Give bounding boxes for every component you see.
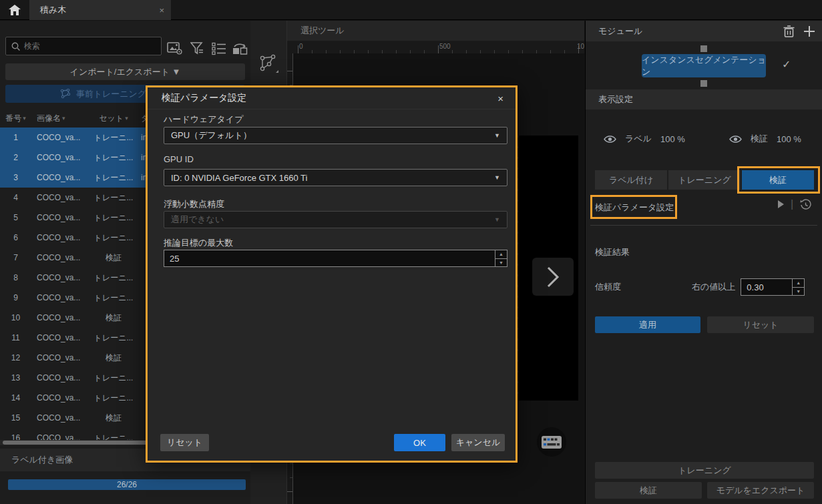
cell-no: 10 [0, 313, 31, 322]
ruler-tick-500: 500 [439, 43, 451, 50]
gpu-id-value: ID: 0 NVIDIA GeForce GTX 1660 Ti [171, 173, 307, 183]
dialog-cancel-button[interactable]: キャンセル [451, 434, 505, 451]
home-icon [9, 5, 21, 15]
validation-visibility-control: 検証 100 % [729, 133, 801, 145]
keyboard-icon [542, 436, 562, 449]
image-settings-icon[interactable] [166, 41, 184, 56]
filter-icon[interactable] [189, 41, 206, 56]
cell-name: COCO_va... [31, 253, 90, 262]
cell-name: COCO_va... [31, 273, 90, 282]
delete-module-icon[interactable] [783, 25, 795, 37]
max-inference-input[interactable]: 25 ▲▼ [164, 250, 507, 267]
cell-name: COCO_va... [31, 173, 90, 182]
active-tool-name: 選択ツール [300, 25, 345, 37]
layout-switch-icon[interactable] [231, 41, 248, 56]
spinner-buttons[interactable]: ▲▼ [495, 250, 507, 266]
dialog-ok-button[interactable]: OK [394, 434, 445, 451]
history-icon[interactable] [800, 199, 811, 210]
add-module-icon[interactable] [804, 26, 815, 37]
confidence-threshold-input[interactable]: 0.30 ▲▼ [741, 278, 805, 296]
cell-name: COCO_va... [31, 233, 90, 242]
tab-training[interactable]: トレーニング [668, 170, 741, 190]
tab-validation[interactable]: 検証 [742, 170, 814, 190]
confidence-threshold-value[interactable]: 0.30 [741, 279, 792, 295]
app-window: 積み木 × 検索 [0, 0, 822, 504]
cell-no: 7 [0, 253, 31, 262]
cell-name: COCO_va... [31, 393, 90, 403]
cell-set: 検証 [90, 413, 137, 424]
import-export-button[interactable]: インポート/エクスポート ▼ [5, 63, 245, 80]
selection-tool-icon [258, 53, 278, 75]
document-tab[interactable]: 積み木 × [29, 0, 171, 20]
module-node-port-top [700, 45, 707, 52]
cell-name: COCO_va... [31, 413, 90, 423]
cell-set: トレーニ... [90, 212, 137, 224]
gpu-id-select[interactable]: ID: 0 NVIDIA GeForce GTX 1660 Ti ▼ [164, 169, 507, 186]
search-input[interactable]: 検索 [5, 37, 162, 55]
spinner-buttons[interactable]: ▲▼ [792, 279, 804, 295]
run-validation-icon[interactable] [778, 200, 784, 208]
cell-set: トレーニ... [90, 292, 137, 304]
training-button[interactable]: トレーニング [595, 462, 814, 479]
export-model-button[interactable]: モデルをエクスポート [707, 482, 814, 499]
tab-labeling[interactable]: ラベル付け [595, 170, 667, 190]
validation-param-setting-link[interactable]: 検証パラメータ設定 [595, 202, 674, 214]
label-visibility-value[interactable]: 100 % [660, 134, 685, 144]
dialog-reset-button[interactable]: リセット [160, 434, 209, 451]
cell-set: トレーニ... [90, 152, 137, 164]
chevron-down-icon: ▼ [494, 174, 500, 181]
cell-no: 5 [0, 213, 31, 222]
cell-no: 11 [0, 333, 31, 342]
cell-set: 検証 [90, 352, 137, 364]
reset-button[interactable]: リセット [707, 316, 814, 333]
cell-set: トレーニ... [90, 172, 137, 184]
home-button[interactable] [0, 0, 29, 20]
eye-icon[interactable] [604, 135, 616, 144]
module-node-port-bottom [700, 80, 707, 87]
header-number[interactable]: 番号▾ [0, 113, 31, 124]
dialog-title: 検証パラメータ設定 [162, 92, 246, 104]
module-button[interactable]: インスタンスセグメンテーション [642, 54, 766, 77]
cell-set: トレーニ... [90, 372, 137, 384]
chevron-down-icon: ▼ [494, 216, 500, 223]
cell-set: トレーニ... [90, 132, 137, 144]
hardware-type-select[interactable]: GPU（デフォルト） ▼ [164, 127, 507, 144]
eye-icon[interactable] [729, 135, 742, 144]
dialog-close-icon[interactable]: × [497, 93, 503, 104]
float-precision-select: 適用できない ▼ [164, 211, 507, 228]
max-inference-label: 推論目標の最大数 [164, 237, 233, 249]
cell-no: 2 [0, 153, 31, 162]
threshold-label: 右の値以上 [692, 281, 735, 293]
validate-button[interactable]: 検証 [595, 482, 702, 499]
selection-tool-button[interactable] [256, 50, 280, 78]
list-view-icon[interactable] [210, 41, 228, 56]
validation-result-header: 検証結果 [595, 246, 630, 258]
apply-button[interactable]: 適用 [595, 316, 700, 333]
cell-no: 6 [0, 233, 31, 242]
spin-down-icon: ▼ [495, 259, 507, 267]
header-image-name[interactable]: 画像名▾ [31, 113, 90, 124]
display-settings-title: 表示設定 [598, 93, 633, 105]
cell-name: COCO_va... [31, 193, 90, 202]
module-button-label: インスタンスセグメンテーション [642, 54, 766, 78]
cell-no: 3 [0, 173, 31, 182]
next-image-button[interactable] [532, 258, 574, 296]
search-placeholder: 検索 [24, 41, 40, 52]
keyboard-shortcuts-button[interactable] [537, 427, 566, 457]
top-bar: 積み木 × [0, 0, 822, 20]
divider [590, 225, 817, 226]
spin-down-icon: ▼ [793, 288, 804, 296]
cell-name: COCO_va... [31, 353, 90, 362]
separator: | [791, 198, 793, 210]
validation-visibility-name: 検証 [751, 133, 768, 145]
display-settings-header: 表示設定 [586, 89, 822, 109]
ruler-tick-1000: 100 [577, 43, 584, 50]
import-export-label: インポート/エクスポート ▼ [70, 66, 181, 78]
tab-close-icon[interactable]: × [159, 5, 164, 15]
validation-visibility-value[interactable]: 100 % [777, 134, 801, 144]
ruler-tick-0: 0 [299, 43, 303, 50]
cell-set: トレーニ... [90, 433, 137, 441]
header-set[interactable]: セット▾ [90, 113, 137, 124]
max-inference-value[interactable]: 25 [164, 250, 495, 266]
cell-set: トレーニ... [90, 232, 137, 244]
